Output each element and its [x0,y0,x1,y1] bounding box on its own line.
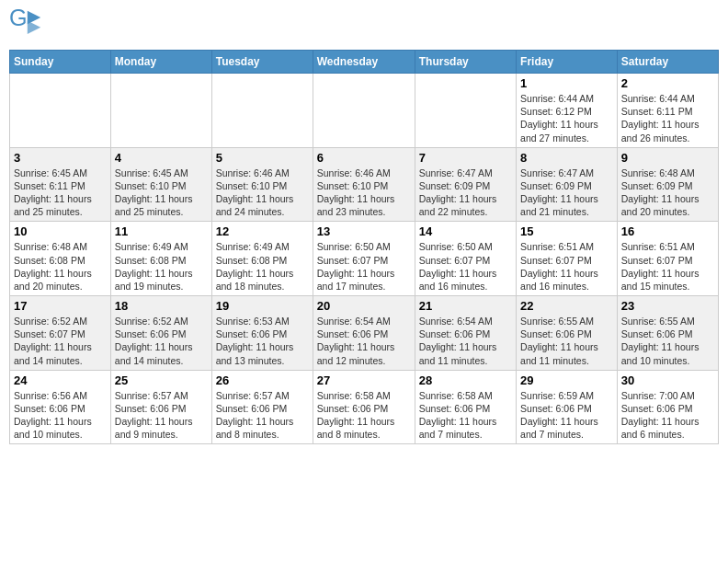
calendar-cell: 10Sunrise: 6:48 AMSunset: 6:08 PMDayligh… [10,222,111,296]
day-number: 29 [520,373,613,387]
day-number: 9 [621,151,714,165]
calendar-cell: 17Sunrise: 6:52 AMSunset: 6:07 PMDayligh… [10,296,111,371]
day-info: Sunrise: 6:50 AMSunset: 6:07 PMDaylight:… [317,240,411,293]
day-info: Sunrise: 6:57 AMSunset: 6:06 PMDaylight:… [115,389,208,442]
day-number: 22 [520,299,613,313]
calendar-cell: 16Sunrise: 6:51 AMSunset: 6:07 PMDayligh… [617,222,718,296]
header-sunday: Sunday [10,51,111,74]
calendar-cell: 30Sunrise: 7:00 AMSunset: 6:06 PMDayligh… [617,370,718,444]
day-number: 6 [317,151,411,165]
day-info: Sunrise: 6:55 AMSunset: 6:06 PMDaylight:… [520,315,613,367]
day-info: Sunrise: 6:47 AMSunset: 6:09 PMDaylight:… [419,167,512,219]
day-number: 4 [115,151,208,165]
day-number: 7 [419,151,512,165]
calendar: SundayMondayTuesdayWednesdayThursdayFrid… [9,50,719,444]
day-info: Sunrise: 6:48 AMSunset: 6:08 PMDaylight:… [14,240,107,293]
calendar-cell: 24Sunrise: 6:56 AMSunset: 6:06 PMDayligh… [10,370,111,444]
calendar-cell: 21Sunrise: 6:54 AMSunset: 6:06 PMDayligh… [415,296,516,371]
day-info: Sunrise: 6:47 AMSunset: 6:09 PMDaylight:… [520,167,613,219]
header-friday: Friday [517,51,618,74]
day-number: 14 [419,224,512,238]
day-info: Sunrise: 6:46 AMSunset: 6:10 PMDaylight:… [317,167,411,219]
calendar-week-2: 3Sunrise: 6:45 AMSunset: 6:11 PMDaylight… [10,147,719,222]
day-number: 13 [317,224,411,238]
day-number: 12 [216,224,309,238]
calendar-cell: 26Sunrise: 6:57 AMSunset: 6:06 PMDayligh… [211,370,313,444]
calendar-cell: 22Sunrise: 6:55 AMSunset: 6:06 PMDayligh… [517,296,618,371]
calendar-cell: 4Sunrise: 6:45 AMSunset: 6:10 PMDaylight… [110,147,211,222]
calendar-cell: 3Sunrise: 6:45 AMSunset: 6:11 PMDaylight… [10,147,111,222]
day-number: 19 [216,299,309,313]
day-number: 23 [621,299,714,313]
day-info: Sunrise: 6:45 AMSunset: 6:10 PMDaylight:… [115,167,208,219]
calendar-cell [313,74,415,148]
header-thursday: Thursday [415,51,516,74]
day-number: 3 [14,151,107,165]
day-number: 21 [419,299,512,313]
logo: G [9,9,46,42]
day-number: 20 [317,299,411,313]
calendar-header-row: SundayMondayTuesdayWednesdayThursdayFrid… [10,51,719,74]
day-number: 15 [520,224,613,238]
day-info: Sunrise: 6:49 AMSunset: 6:08 PMDaylight:… [216,240,309,293]
day-number: 27 [317,373,411,387]
day-number: 5 [216,151,309,165]
calendar-week-3: 10Sunrise: 6:48 AMSunset: 6:08 PMDayligh… [10,222,719,296]
day-number: 1 [520,76,613,90]
calendar-cell: 15Sunrise: 6:51 AMSunset: 6:07 PMDayligh… [517,222,618,296]
day-number: 24 [14,373,107,387]
day-info: Sunrise: 6:54 AMSunset: 6:06 PMDaylight:… [317,315,411,367]
day-info: Sunrise: 6:51 AMSunset: 6:07 PMDaylight:… [520,240,613,293]
calendar-cell: 12Sunrise: 6:49 AMSunset: 6:08 PMDayligh… [211,222,313,296]
calendar-cell: 29Sunrise: 6:59 AMSunset: 6:06 PMDayligh… [517,370,618,444]
day-number: 11 [115,224,208,238]
header-wednesday: Wednesday [313,51,415,74]
logo-icon: G [9,9,42,42]
day-info: Sunrise: 6:45 AMSunset: 6:11 PMDaylight:… [14,167,107,219]
day-number: 2 [621,76,714,90]
day-number: 17 [14,299,107,313]
calendar-cell: 8Sunrise: 6:47 AMSunset: 6:09 PMDaylight… [517,147,618,222]
day-info: Sunrise: 6:58 AMSunset: 6:06 PMDaylight:… [317,389,411,442]
day-info: Sunrise: 6:59 AMSunset: 6:06 PMDaylight:… [520,389,613,442]
calendar-cell [211,74,313,148]
day-info: Sunrise: 6:58 AMSunset: 6:06 PMDaylight:… [419,389,512,442]
day-info: Sunrise: 6:53 AMSunset: 6:06 PMDaylight:… [216,315,309,367]
calendar-cell: 20Sunrise: 6:54 AMSunset: 6:06 PMDayligh… [313,296,415,371]
calendar-cell: 13Sunrise: 6:50 AMSunset: 6:07 PMDayligh… [313,222,415,296]
day-number: 16 [621,224,714,238]
calendar-week-5: 24Sunrise: 6:56 AMSunset: 6:06 PMDayligh… [10,370,719,444]
day-number: 25 [115,373,208,387]
calendar-cell: 23Sunrise: 6:55 AMSunset: 6:06 PMDayligh… [617,296,718,371]
svg-text:G: G [9,9,28,30]
day-number: 8 [520,151,613,165]
day-number: 26 [216,373,309,387]
day-info: Sunrise: 7:00 AMSunset: 6:06 PMDaylight:… [621,389,714,442]
day-info: Sunrise: 6:44 AMSunset: 6:12 PMDaylight:… [520,92,613,144]
calendar-cell: 28Sunrise: 6:58 AMSunset: 6:06 PMDayligh… [415,370,516,444]
calendar-cell [415,74,516,148]
day-number: 10 [14,224,107,238]
calendar-cell: 2Sunrise: 6:44 AMSunset: 6:11 PMDaylight… [617,74,718,148]
day-info: Sunrise: 6:56 AMSunset: 6:06 PMDaylight:… [14,389,107,442]
calendar-cell [10,74,111,148]
calendar-cell: 18Sunrise: 6:52 AMSunset: 6:06 PMDayligh… [110,296,211,371]
day-number: 28 [419,373,512,387]
calendar-cell: 9Sunrise: 6:48 AMSunset: 6:09 PMDaylight… [617,147,718,222]
day-info: Sunrise: 6:52 AMSunset: 6:07 PMDaylight:… [14,315,107,367]
calendar-week-4: 17Sunrise: 6:52 AMSunset: 6:07 PMDayligh… [10,296,719,371]
svg-marker-2 [28,21,40,34]
calendar-cell: 1Sunrise: 6:44 AMSunset: 6:12 PMDaylight… [517,74,618,148]
calendar-cell: 5Sunrise: 6:46 AMSunset: 6:10 PMDaylight… [211,147,313,222]
day-number: 18 [115,299,208,313]
calendar-cell: 11Sunrise: 6:49 AMSunset: 6:08 PMDayligh… [110,222,211,296]
header-tuesday: Tuesday [211,51,313,74]
day-info: Sunrise: 6:44 AMSunset: 6:11 PMDaylight:… [621,92,714,144]
day-info: Sunrise: 6:50 AMSunset: 6:07 PMDaylight:… [419,240,512,293]
day-info: Sunrise: 6:46 AMSunset: 6:10 PMDaylight:… [216,167,309,219]
day-number: 30 [621,373,714,387]
page-header: G [9,9,719,42]
calendar-cell [110,74,211,148]
header-monday: Monday [110,51,211,74]
day-info: Sunrise: 6:54 AMSunset: 6:06 PMDaylight:… [419,315,512,367]
